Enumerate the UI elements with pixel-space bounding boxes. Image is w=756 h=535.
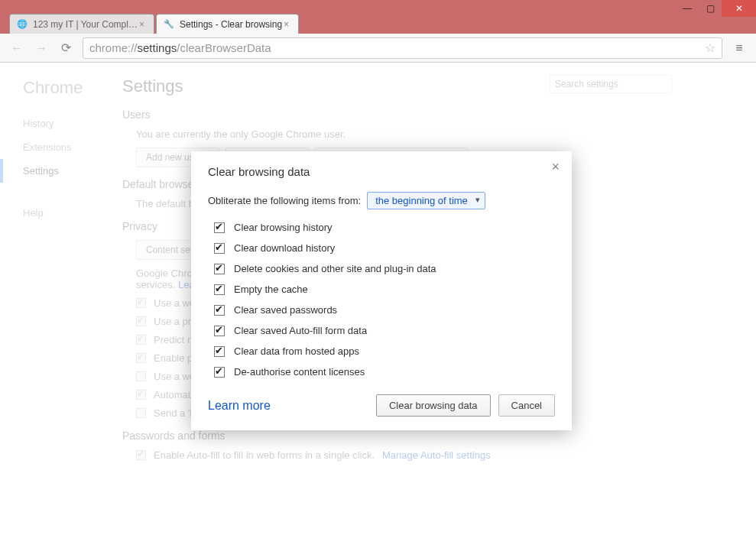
dialog-close-button[interactable]: × [547, 157, 564, 177]
learn-more-link[interactable]: Learn more [208, 399, 271, 413]
tabstrip: 🌐 123 my IT | Your Complete × 🔧 Settings… [0, 11, 756, 34]
checkbox-content-licenses[interactable] [214, 367, 225, 378]
window-controls: — ▢ ✕ [676, 0, 756, 17]
cancel-button[interactable]: Cancel [498, 394, 555, 417]
minimize-button[interactable]: — [676, 0, 699, 17]
url-host: settings [138, 41, 177, 54]
clear-data-button[interactable]: Clear browsing data [376, 394, 491, 417]
checkbox-cookies[interactable] [214, 264, 225, 274]
tab-title: 123 my IT | Your Complete [33, 19, 138, 30]
reload-button[interactable]: ⟳ [55, 37, 76, 59]
close-tab-icon[interactable]: × [138, 19, 146, 30]
url-scheme: chrome:// [89, 41, 138, 54]
checkbox-browsing-history[interactable] [214, 222, 225, 233]
obliterate-label: Obliterate the following items from: [208, 195, 361, 206]
check-label-4: Clear saved passwords [234, 304, 337, 316]
maximize-button[interactable]: ▢ [699, 0, 722, 17]
checkbox-passwords[interactable] [214, 305, 225, 316]
tab-settings[interactable]: 🔧 Settings - Clear browsing × [156, 14, 299, 34]
forward-button[interactable]: → [31, 37, 52, 59]
check-label-0: Clear browsing history [234, 222, 333, 233]
check-label-7: De-authorise content licenses [234, 366, 365, 378]
tab-title: Settings - Clear browsing [180, 19, 282, 30]
checkbox-hosted-apps[interactable] [214, 346, 225, 357]
toolbar: ← → ⟳ chrome://settings/clearBrowserData… [0, 34, 756, 63]
check-label-2: Delete cookies and other site and plug-i… [234, 263, 436, 274]
check-label-3: Empty the cache [234, 284, 308, 295]
titlebar [0, 0, 756, 11]
close-window-button[interactable]: ✕ [722, 0, 756, 17]
clear-browsing-data-dialog: × Clear browsing data Obliterate the fol… [191, 151, 572, 430]
back-button[interactable]: ← [6, 37, 28, 59]
check-label-5: Clear saved Auto-fill form data [234, 325, 367, 336]
wrench-icon: 🔧 [163, 18, 175, 31]
url-path: /clearBrowserData [177, 41, 271, 54]
address-bar[interactable]: chrome://settings/clearBrowserData ☆ [83, 37, 722, 59]
tab-123myit[interactable]: 🌐 123 my IT | Your Complete × [9, 14, 154, 34]
check-label-6: Clear data from hosted apps [234, 345, 359, 357]
chrome-menu-button[interactable]: ≡ [728, 37, 750, 59]
checkbox-autofill[interactable] [214, 326, 225, 336]
check-label-1: Clear download history [234, 242, 335, 254]
dialog-title: Clear browsing data [208, 165, 555, 178]
close-tab-icon[interactable]: × [282, 19, 290, 30]
time-range-select[interactable]: the beginning of time [367, 192, 485, 209]
bookmark-star-icon[interactable]: ☆ [705, 41, 715, 55]
checkbox-download-history[interactable] [214, 243, 225, 254]
checkbox-cache[interactable] [214, 284, 225, 295]
globe-icon: 🌐 [16, 18, 28, 31]
